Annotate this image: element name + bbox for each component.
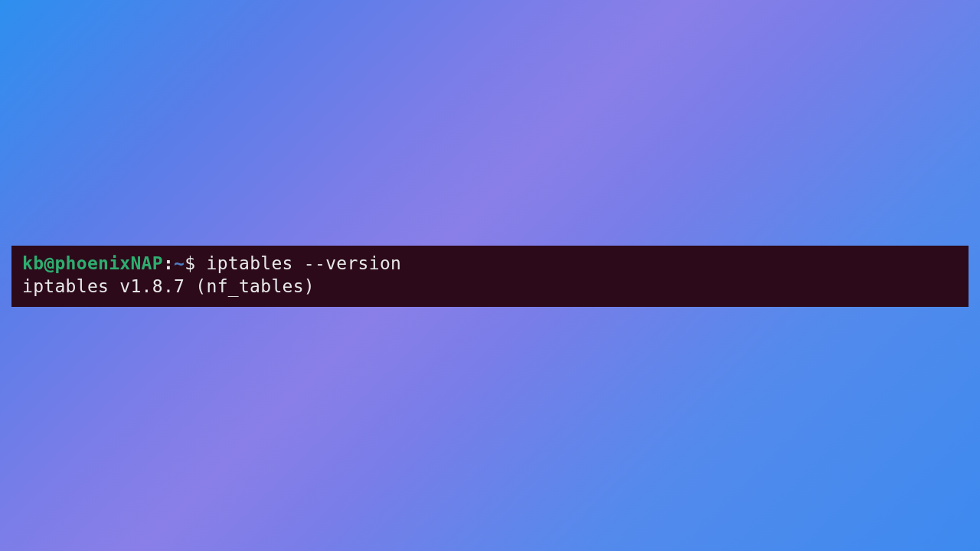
terminal-command: iptables --version — [195, 253, 401, 273]
terminal-output: iptables v1.8.7 (nf_tables) — [22, 276, 958, 298]
terminal-line-prompt: kb@phoenixNAP:~$ iptables --version — [22, 253, 958, 276]
prompt-path: ~ — [174, 253, 185, 273]
terminal-window[interactable]: kb@phoenixNAP:~$ iptables --version ipta… — [11, 246, 969, 307]
prompt-user-host: kb@phoenixNAP — [22, 253, 163, 273]
prompt-symbol: $ — [185, 253, 195, 273]
prompt-separator: : — [163, 253, 174, 273]
